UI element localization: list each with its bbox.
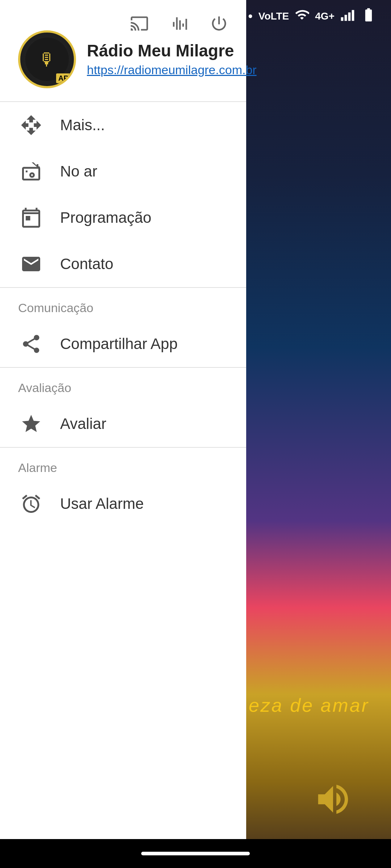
contato-label: Contato xyxy=(60,255,113,273)
programacao-item[interactable]: Programação xyxy=(0,195,246,241)
equalizer-button[interactable] xyxy=(167,11,192,36)
background-lyric-text: eza de amar xyxy=(249,694,369,716)
mais-item[interactable]: Mais... xyxy=(0,102,246,148)
alarm-icon xyxy=(18,491,44,517)
usar-alarme-label: Usar Alarme xyxy=(60,495,144,512)
cast-button[interactable] xyxy=(127,11,152,36)
compartilhar-item[interactable]: Compartilhar App xyxy=(0,321,246,367)
network-icon: 4G+ xyxy=(315,10,335,22)
main-menu-section: Mais... No ar Programação xyxy=(0,102,246,287)
comunicacao-label: Comunicação xyxy=(0,288,246,321)
programacao-label: Programação xyxy=(60,209,151,226)
drawer-header: 🎙 AR Rádio Meu Milagre https://radiomeum… xyxy=(0,0,246,101)
envelope-icon xyxy=(18,251,44,277)
svg-rect-2 xyxy=(348,12,351,21)
battery-icon xyxy=(361,7,377,26)
mais-label: Mais... xyxy=(60,116,105,134)
volte-icon: VoLTE xyxy=(258,10,289,22)
power-button[interactable] xyxy=(206,11,232,36)
app-logo: 🎙 AR xyxy=(18,30,76,88)
navigation-drawer: 🎙 AR Rádio Meu Milagre https://radiomeum… xyxy=(0,0,246,868)
app-title: Rádio Meu Milagre xyxy=(87,42,257,60)
radio-icon xyxy=(18,158,44,184)
star-icon xyxy=(18,411,44,437)
alarme-section: Alarme Usar Alarme xyxy=(0,448,246,527)
svg-rect-3 xyxy=(352,10,354,21)
alarme-label: Alarme xyxy=(0,448,246,481)
ar-badge: AR xyxy=(56,73,71,83)
avaliacao-section: Avaliação Avaliar xyxy=(0,368,246,447)
no-ar-item[interactable]: No ar xyxy=(0,148,246,195)
comunicacao-section: Comunicação Compartilhar App xyxy=(0,288,246,367)
avaliacao-label: Avaliação xyxy=(0,368,246,401)
app-url[interactable]: https://radiomeumilagre.com.br xyxy=(87,63,257,77)
avaliar-label: Avaliar xyxy=(60,415,106,433)
navigation-bar xyxy=(0,839,391,868)
mais-icon xyxy=(18,112,44,138)
no-ar-label: No ar xyxy=(60,163,97,180)
dot-icon: • xyxy=(248,9,253,24)
home-indicator[interactable] xyxy=(141,852,250,855)
drawer-logo-area: 🎙 AR Rádio Meu Milagre https://radiomeum… xyxy=(18,30,228,88)
logo-text-area: Rádio Meu Milagre https://radiomeumilagr… xyxy=(87,42,257,77)
contato-item[interactable]: Contato xyxy=(0,241,246,287)
calendar-icon xyxy=(18,205,44,231)
usar-alarme-item[interactable]: Usar Alarme xyxy=(0,481,246,527)
avaliar-item[interactable]: Avaliar xyxy=(0,401,246,447)
compartilhar-label: Compartilhar App xyxy=(60,335,178,353)
svg-rect-1 xyxy=(345,15,347,21)
share-icon xyxy=(18,331,44,357)
wifi-icon xyxy=(295,8,309,25)
svg-rect-0 xyxy=(341,17,344,21)
volume-icon[interactable] xyxy=(311,778,355,821)
toolbar-icons xyxy=(127,11,232,36)
mic-icon: 🎙 xyxy=(38,50,56,69)
signal-icon xyxy=(340,8,355,25)
